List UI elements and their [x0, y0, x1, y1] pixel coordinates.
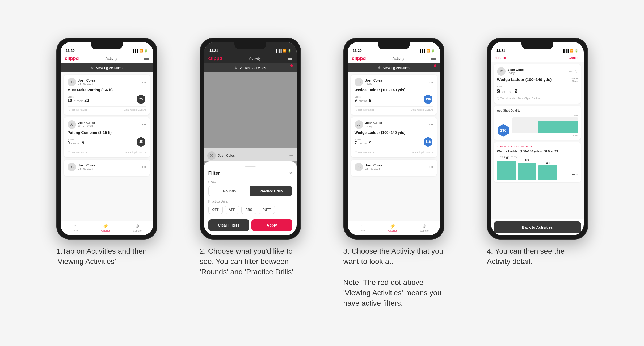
red-dot-3 [434, 64, 436, 67]
three-dots-1-3[interactable]: ••• [142, 165, 146, 169]
card-stats-1-1: Score 10 OUT OF 20 75 [68, 94, 146, 104]
practice-session-label-4: Practice Session [514, 145, 532, 148]
status-time-4: 13:21 [496, 49, 505, 53]
phone-frame-4: 13:21 ▐▐▐ 🛜 🔋 < Back Cancel [487, 38, 588, 240]
viewing-bar-2[interactable]: ⚙ Viewing Activities [204, 63, 297, 72]
logo-1: clippd [65, 56, 79, 61]
phone-col-2: 13:21 ▐▐▐ 🛜 🔋 clippd Activity [187, 38, 314, 277]
three-dots-3-1[interactable]: ••• [429, 80, 433, 84]
stat-score-1-2: Score 0 OUT OF 9 [68, 138, 85, 146]
phone-col-1: 13:20 ▐▐▐ 🛜 🔋 clippd Activity [43, 38, 171, 267]
filter-title-2: Filter [208, 170, 220, 176]
edit-icon-4[interactable]: ✏ [569, 69, 573, 74]
bottom-nav-3: ⌂ Home ⚡ Activities ⊕ Capture [348, 221, 440, 235]
viewing-bar-text-1: Viewing Activities [96, 66, 122, 70]
card-header-1-3: JC Josh Coles 28 Feb 2023 ••• [68, 163, 146, 171]
viewing-bar-1[interactable]: ⚙ Viewing Activities [61, 63, 153, 72]
card-user-1-2: JC Josh Coles 28 Feb 2023 [68, 120, 95, 129]
nav-title-3: Activity [393, 56, 404, 61]
three-dots-1-2[interactable]: ••• [142, 122, 146, 127]
chip-app-2[interactable]: APP [225, 206, 239, 214]
drill-chips-2: OTT APP ARG PUTT [208, 206, 292, 214]
user-name-1-3: Josh Coles [78, 164, 95, 167]
stat-score-1-1: Score 10 OUT OF 20 [68, 96, 89, 103]
activity-card-3-2[interactable]: JC Josh Coles Today ••• Wedge Ladder (10… [351, 117, 437, 157]
avatar-3-3: JC [355, 163, 363, 171]
apply-btn-2[interactable]: Apply [251, 219, 292, 231]
detail-avatar-4: JC [497, 67, 506, 76]
chip-arg-2[interactable]: ARG [241, 206, 256, 214]
hamburger-3[interactable] [431, 57, 436, 60]
back-btn-4[interactable]: < Back [495, 56, 506, 60]
capture-label-3: Capture [420, 229, 429, 232]
chip-ott-2[interactable]: OTT [208, 206, 223, 214]
caption-1: 1.Tap on Activities and then 'Viewing Ac… [56, 246, 157, 267]
nav-home-3[interactable]: ⌂ Home [359, 223, 365, 232]
filter-toggle-rounds-2[interactable]: Rounds [209, 186, 250, 196]
avatar-1-2: JC [68, 120, 76, 129]
detail-scroll-4: JC Josh Coles Today ✏ ⤡ [491, 62, 584, 219]
shot-quality-3-1: 130 [423, 94, 433, 104]
activity-card-1-1[interactable]: JC Josh Coles 28 Feb 2023 ••• Must Make … [64, 75, 150, 115]
clear-filters-btn-2[interactable]: Clear Filters [208, 219, 249, 231]
chart-area-4: 130 130 APP [497, 114, 578, 137]
mini-bar-chart-4: 132 129 124 [497, 160, 578, 179]
notch-2 [234, 42, 266, 49]
filter-toggle-drills-2[interactable]: Practice Drills [250, 186, 292, 196]
card-footer-3-1: ⓘ Test Information Data: Clippd Capture [355, 106, 433, 112]
nav-capture-1[interactable]: ⊕ Capture [133, 223, 142, 232]
phone-screen-3: 13:20 ▐▐▐ 🛜 🔋 clippd Activity [348, 42, 440, 235]
logo-3: clippd [352, 56, 366, 61]
viewing-bar-3[interactable]: ⚙ Viewing Activities [348, 63, 440, 72]
capture-label-1: Capture [133, 229, 142, 232]
hamburger-1[interactable] [144, 57, 149, 60]
hex-val-4: 130 [497, 124, 510, 137]
three-dots-3-2[interactable]: ••• [429, 122, 433, 127]
peek-avatar-2: JC [207, 151, 216, 160]
status-icons-1: ▐▐▐ 🛜 🔋 [132, 49, 148, 53]
card-footer-1-1: ⓘ Test Information Data: Clippd Capture [68, 106, 146, 112]
activity-card-1-2[interactable]: JC Josh Coles 28 Feb 2023 ••• Putting Co… [64, 117, 150, 157]
home-icon-1: ⌂ [74, 223, 77, 229]
avatar-1-1: JC [68, 78, 76, 86]
nav-capture-3[interactable]: ⊕ Capture [420, 223, 429, 232]
avatar-1-3: JC [68, 163, 76, 171]
activity-card-3-1[interactable]: JC Josh Coles Today ••• Wedge Ladder (10… [351, 75, 437, 115]
activity-card-3-3[interactable]: JC Josh Coles 28 Feb 2023 ••• [351, 160, 437, 176]
card-stats-3-2: Score 7 OUT OF 9 118 [355, 137, 433, 147]
three-dots-3-3[interactable]: ••• [429, 165, 433, 169]
chart-card-4: Avg Shot Quality 130 130 APP [494, 106, 581, 140]
expand-icon-4[interactable]: ⤡ [575, 69, 578, 74]
filter-actions-2: Clear Filters Apply [208, 219, 292, 231]
filter-header-row-2: Filter ✕ [208, 170, 292, 176]
nav-bar-1: clippd Activity [61, 54, 153, 63]
user-info-1-3: Josh Coles 28 Feb 2023 [78, 164, 95, 170]
card-user-3-2: JC Josh Coles Today [355, 120, 382, 129]
user-name-3-3: Josh Coles [365, 164, 382, 167]
nav-home-1[interactable]: ⌂ Home [72, 223, 78, 232]
hamburger-2[interactable] [288, 57, 292, 60]
viewing-bar-text-3: Viewing Activities [383, 66, 409, 70]
user-name-1-2: Josh Coles [78, 121, 95, 125]
home-label-1: Home [72, 229, 78, 232]
back-to-activities-btn-4[interactable]: Back to Activities [494, 221, 581, 233]
nav-activities-1[interactable]: ⚡ Activities [101, 223, 111, 232]
three-dots-1-1[interactable]: ••• [142, 80, 146, 84]
activity-card-1-3[interactable]: JC Josh Coles 28 Feb 2023 ••• [64, 160, 150, 176]
cancel-btn-4[interactable]: Cancel [569, 56, 579, 60]
chip-putt-2[interactable]: PUTT [259, 206, 275, 214]
user-info-1-1: Josh Coles 28 Feb 2023 [78, 79, 95, 85]
status-icons-2: ▐▐▐ 🛜 🔋 [275, 49, 291, 53]
notch-3 [378, 42, 410, 49]
card-title-1-1: Must Make Putting (3-6 ft) [68, 88, 146, 92]
caption-3: 3. Choose the Activity that you want to … [343, 246, 444, 308]
scroll-content-1: JC Josh Coles 28 Feb 2023 ••• Must Make … [61, 72, 153, 221]
filter-close-btn-2[interactable]: ✕ [289, 171, 292, 176]
filter-icon-3: ⚙ [378, 66, 381, 70]
detail-title-4: Wedge Ladder (100–140 yds) [497, 77, 571, 82]
detail-card-header-4: JC Josh Coles Today ✏ ⤡ [497, 67, 578, 76]
phone-frame-1: 13:20 ▐▐▐ 🛜 🔋 clippd Activity [56, 38, 157, 240]
nav-activities-3[interactable]: ⚡ Activities [388, 223, 398, 232]
activities-icon-3: ⚡ [390, 223, 395, 229]
bar-3-4: 124 [538, 165, 557, 180]
